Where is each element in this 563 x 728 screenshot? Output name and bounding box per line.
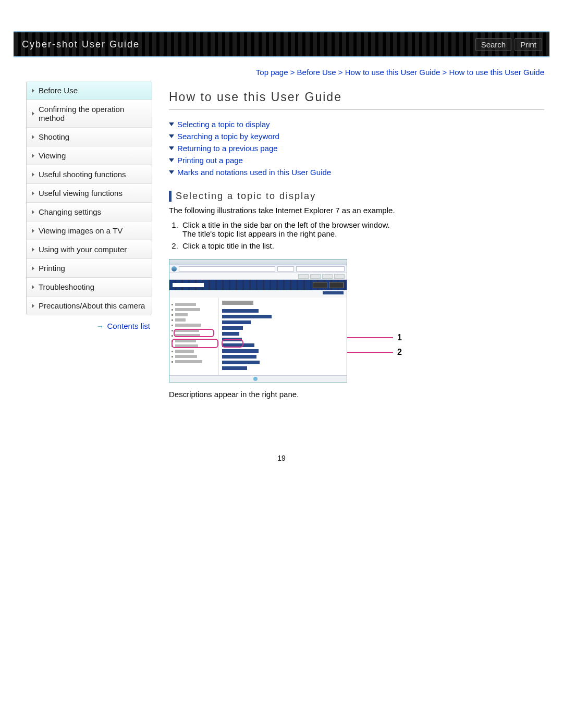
sidebar-item[interactable]: Troubleshooting [27,278,152,297]
down-triangle-icon [169,134,174,138]
caret-right-icon [32,229,34,233]
example-screenshot [169,259,347,382]
sidebar-item-label: Shooting [39,132,69,141]
section-title: Selecting a topic to display [169,191,544,202]
caret-right-icon [32,210,34,214]
caret-right-icon [32,248,34,252]
caret-right-icon [32,285,34,289]
jump-link[interactable]: Searching a topic by keyword [169,130,544,142]
step-item: Click a topic title in the list. [180,240,544,252]
jump-link[interactable]: Marks and notations used in this User Gu… [169,166,544,178]
callout-2: 2 [393,348,402,357]
sidebar-item-label: Useful shooting functions [39,170,126,179]
caret-right-icon [32,154,34,158]
sidebar-item-label: Viewing [39,151,66,160]
down-triangle-icon [169,170,174,174]
contents-list-label: Contents list [107,322,150,330]
sidebar-nav: Before UseConfirming the operation metho… [26,81,152,315]
caret-right-icon [32,112,34,116]
sidebar-item-label: Using with your computer [39,245,127,254]
down-triangle-icon [169,122,174,126]
divider [169,109,544,110]
header-title: Cyber-shot User Guide [22,39,140,50]
jump-link-label: Selecting a topic to display [177,120,270,129]
sidebar-item-label: Changing settings [39,207,101,216]
sidebar-item-label: Troubleshooting [39,282,94,291]
intro-text: The following illustrations take Interne… [169,206,544,215]
caret-right-icon [32,89,34,93]
after-screenshot-text: Descriptions appear in the right pane. [169,390,544,399]
jump-link-label: Printing out a page [177,156,243,165]
sidebar-item[interactable]: Viewing images on a TV [27,221,152,240]
jump-link[interactable]: Returning to a previous page [169,142,544,154]
jump-link-label: Returning to a previous page [177,144,278,153]
sidebar-item[interactable]: Shooting [27,128,152,146]
down-triangle-icon [169,146,174,150]
jump-link-label: Searching a topic by keyword [177,132,279,141]
sidebar-item-label: Viewing images on a TV [39,226,123,235]
jump-link[interactable]: Printing out a page [169,154,544,166]
callout-1: 1 [393,333,402,342]
arrow-right-icon: → [96,322,104,330]
page-title: How to use this User Guide [169,90,544,104]
sidebar-item[interactable]: Printing [27,259,152,278]
sidebar-item-label: Precautions/About this camera [39,301,145,310]
contents-list-link[interactable]: → Contents list [26,315,152,330]
sidebar-item[interactable]: Viewing [27,146,152,165]
caret-right-icon [32,191,34,195]
sidebar-item[interactable]: Changing settings [27,203,152,221]
caret-right-icon [32,172,34,177]
page-number: 19 [0,423,563,478]
screenshot-callouts: 1 2 [347,259,402,382]
sidebar-item-label: Useful viewing functions [39,189,123,198]
sidebar-item[interactable]: Using with your computer [27,240,152,259]
sidebar-item[interactable]: Precautions/About this camera [27,297,152,315]
sidebar-item[interactable]: Before Use [27,81,152,100]
jump-link[interactable]: Selecting a topic to display [169,118,544,130]
print-button[interactable]: Print [515,38,542,51]
sidebar-item-label: Confirming the operation method [39,105,146,122]
breadcrumb[interactable]: Top page > Before Use > How to use this … [0,57,563,81]
sidebar-item-label: Printing [39,264,65,273]
down-triangle-icon [169,158,174,162]
sidebar-item-label: Before Use [39,86,78,95]
caret-right-icon [32,135,34,139]
header-bar: Cyber-shot User Guide Search Print [14,31,549,57]
search-button[interactable]: Search [475,38,512,51]
jump-link-list: Selecting a topic to displaySearching a … [169,118,544,178]
step-list: Click a title in the side bar on the lef… [180,219,544,252]
sidebar-item[interactable]: Useful viewing functions [27,184,152,203]
sidebar-item[interactable]: Confirming the operation method [27,100,152,128]
step-item: Click a title in the side bar on the lef… [180,219,544,240]
caret-right-icon [32,266,34,270]
jump-link-label: Marks and notations used in this User Gu… [177,168,331,177]
sidebar-item[interactable]: Useful shooting functions [27,165,152,184]
caret-right-icon [32,304,34,308]
